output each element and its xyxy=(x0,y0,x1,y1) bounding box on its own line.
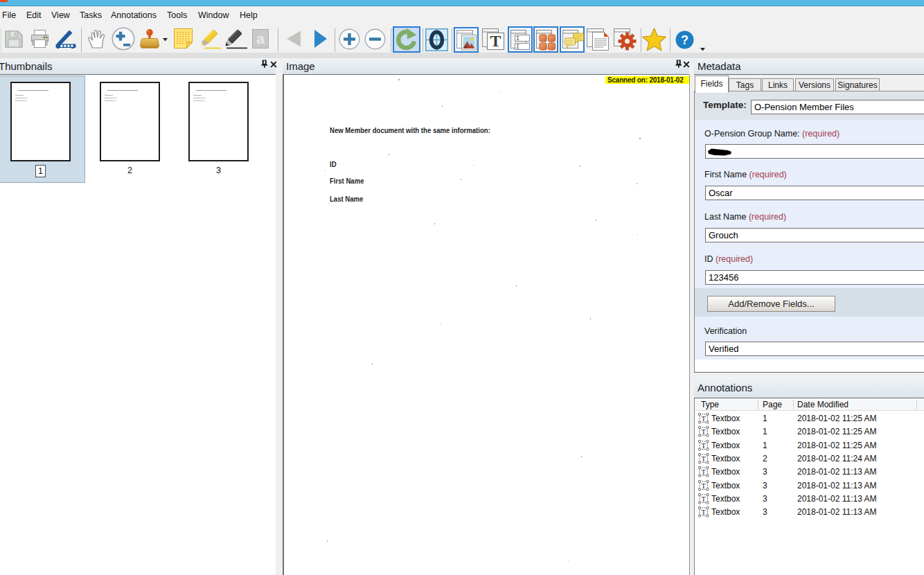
svg-text:a: a xyxy=(256,30,265,46)
svg-text:?: ? xyxy=(681,33,688,47)
svg-text:I: I xyxy=(516,35,519,42)
svg-text:T: T xyxy=(490,32,501,50)
svg-text:I: I xyxy=(516,44,519,51)
